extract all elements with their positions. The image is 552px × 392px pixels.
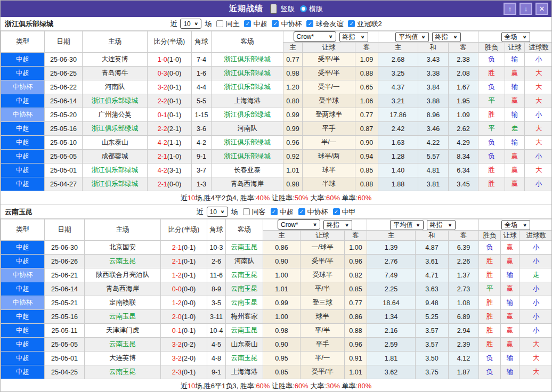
date-cell: 25-05-20 [45, 108, 83, 122]
away-team-cell: 浙江俱乐部绿城 [212, 150, 283, 164]
match-row: 中超25-06-26云南玉昆2-1(0-1)2-6河南队0.90受平/半0.96… [1, 255, 552, 268]
checkbox-unchecked[interactable] [216, 20, 223, 27]
col-日期: 日期 [45, 219, 85, 241]
fulltime-score: 2-1 [172, 258, 182, 265]
halftime-score: (0-1) [182, 327, 196, 334]
away-team-cell: 浙江俱乐部绿城 [212, 136, 283, 150]
summary-part: 场,胜6平1负3, 胜率: [195, 381, 256, 391]
away-team-cell: 云南玉昆 [226, 324, 263, 338]
avg-draw-odds: 9.48 [416, 296, 449, 310]
checkbox-checked[interactable]: ✓ [244, 20, 251, 27]
checkbox-checked[interactable]: ✓ [348, 20, 355, 27]
result-handicap: 输 [505, 108, 525, 122]
title-bar: 近期战绩 竖版 横版 ↑ ↓ ✕ [1, 1, 551, 17]
halftime-score: (0-2) [182, 341, 196, 348]
average-select-group-select-1[interactable]: 终指∨ [432, 32, 461, 42]
corners-cell: 1-15 [192, 108, 212, 122]
league-type-cell: 中协杯 [1, 296, 45, 310]
summary-part: 80% [358, 382, 371, 390]
match-count-select[interactable]: 10∨ [207, 207, 228, 217]
result-handicap: 赢 [501, 255, 519, 268]
score-cell: 3-2(0-1) [148, 80, 192, 94]
checkbox-checked[interactable]: ✓ [298, 208, 305, 215]
fulltime-select-group-select-0[interactable]: 全场∨ [501, 220, 530, 230]
col-角球: 角球 [207, 219, 226, 241]
handicap-home-odds: 0.77 [283, 53, 303, 67]
games-label: 场 [205, 19, 212, 29]
bookmaker-select-group-select-0[interactable]: Crow*∨ [278, 219, 320, 230]
handicap-line: 受三球 [301, 296, 345, 310]
result-winlose: 负 [478, 53, 505, 67]
checkbox-checked[interactable]: ✓ [272, 20, 279, 27]
col-类型: 类型 [1, 31, 45, 53]
average-select-group-select-0[interactable]: 平均值∨ [390, 220, 423, 230]
match-count-select[interactable]: 10∨ [180, 19, 201, 29]
checkbox-checked[interactable]: ✓ [271, 208, 278, 215]
fulltime-select-group-select-0[interactable]: 全场∨ [501, 32, 530, 42]
date-cell: 25-06-30 [45, 241, 85, 255]
halftime-score: (0-1) [182, 244, 196, 251]
avg-home-odds: 2.16 [367, 324, 416, 338]
result-goals: 大 [525, 122, 552, 136]
chevron-down-icon: ∨ [453, 35, 457, 39]
home-team-cell: 陕西联合月亮泊队 [85, 268, 161, 282]
score-cell: 0-1(0-1) [148, 108, 192, 122]
bookmaker-select-group-select-0[interactable]: Crow*∨ [294, 31, 336, 42]
avg-home-odds: 3.25 [378, 67, 418, 80]
avg-draw-odds: 4.71 [416, 268, 449, 282]
result-handicap: 输 [501, 365, 519, 379]
filter-controls: 近10∨场同客✓中超✓中协杯✓中甲 [197, 207, 356, 217]
handicap-home-odds: 0.86 [263, 241, 301, 255]
avg-away-odds: 1.37 [449, 268, 479, 282]
checkbox-unchecked[interactable] [243, 208, 250, 215]
radio-vertical-layout[interactable]: 竖版 [269, 4, 295, 14]
match-row: 中超25-04-25云南玉昆2-3(0-1)9-1上海海港0.85受平/半1.0… [1, 365, 552, 379]
radio-selected-icon[interactable] [270, 4, 277, 14]
league-type-cell: 中超 [1, 67, 45, 80]
fulltime-score: 0-1 [158, 111, 167, 119]
radio-unselected-icon[interactable] [300, 5, 307, 12]
result-winlose: 平 [479, 282, 501, 296]
score-cell: 0-3(0-0) [148, 67, 192, 80]
avg-draw-odds: 4.87 [416, 241, 449, 255]
handicap-home-odds: 0.80 [283, 94, 303, 108]
avg-home-odds: 2.42 [378, 122, 418, 136]
bookmaker-select-group-select-1[interactable]: 终指∨ [339, 32, 368, 42]
away-team-cell: 梅州客家 [226, 310, 263, 324]
match-row: 中超25-05-16云南玉昆2-0(1-0)3-11梅州客家1.00球半0.86… [1, 310, 552, 324]
subcol-主: 主 [263, 231, 301, 241]
team-name: 云南玉昆 [5, 207, 33, 217]
radio-horizontal-layout[interactable]: 横版 [300, 4, 323, 14]
avg-away-odds: 8.34 [449, 150, 478, 164]
avg-home-odds: 2.76 [367, 255, 416, 268]
checkbox-checked[interactable]: ✓ [306, 20, 313, 27]
average-select-group-select-0[interactable]: 平均值∨ [395, 32, 428, 42]
result-goals: 大 [519, 365, 552, 379]
halftime-score: (2-1) [167, 125, 181, 133]
subcol-进球数: 进球数 [519, 231, 552, 241]
handicap-line: 受平/半 [303, 67, 355, 80]
move-up-button[interactable]: ↑ [504, 3, 516, 15]
league-type-cell: 中超 [1, 352, 45, 365]
handicap-line: 平手 [301, 338, 345, 352]
away-team-cell: 青岛西海岸 [212, 177, 283, 191]
subcol-主: 主 [283, 43, 303, 53]
date-cell: 25-05-11 [45, 324, 85, 338]
team-filter-bar: 浙江俱乐部绿城近10∨场同主✓中超✓中协杯✓球会友谊✓亚冠联2 [1, 17, 551, 31]
handicap-home-odds: 0.96 [283, 136, 303, 150]
titlebar-buttons: ↑ ↓ ✕ [504, 3, 548, 15]
match-row: 中协杯25-06-22河南队3-2(0-1)4-4浙江俱乐部绿城1.20受半/一… [1, 80, 552, 94]
result-goals: 小 [519, 296, 552, 310]
avg-home-odds: 1.39 [367, 241, 416, 255]
league-type-cell: 中超 [1, 53, 45, 67]
average-select-group-select-1[interactable]: 终指∨ [427, 220, 456, 230]
close-button[interactable]: ✕ [535, 3, 548, 15]
move-down-button[interactable]: ↓ [519, 3, 532, 15]
result-winlose: 胜 [479, 310, 501, 324]
avg-home-odds: 3.21 [378, 94, 418, 108]
league-type-cell: 中超 [1, 136, 45, 150]
date-cell: 25-05-05 [45, 150, 83, 164]
checkbox-checked[interactable]: ✓ [333, 208, 340, 215]
league-type-cell: 中协杯 [1, 108, 45, 122]
bookmaker-select-group-select-1[interactable]: 终指∨ [323, 220, 352, 230]
